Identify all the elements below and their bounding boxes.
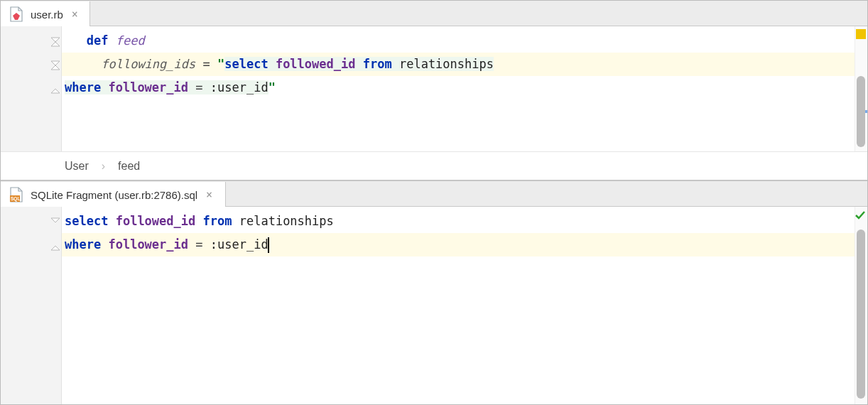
svg-marker-8	[51, 246, 60, 250]
breadcrumb-method[interactable]: feed	[118, 160, 140, 173]
svg-text:SQL: SQL	[11, 196, 20, 202]
tab-sql-fragment[interactable]: SQL SQLite Fragment (user.rb:2786).sql ×	[1, 182, 226, 207]
code-line: where follower_id = :user_id	[62, 233, 867, 256]
fold-handle-icon[interactable]	[49, 36, 62, 48]
chevron-right-icon: ›	[102, 160, 105, 173]
sql-editor[interactable]: select followed_id from relationships wh…	[1, 207, 867, 404]
sql-file-icon: SQL	[9, 187, 23, 202]
scrollbar-thumb[interactable]	[857, 76, 865, 147]
text-cursor	[268, 237, 269, 253]
ruby-editor-pane: user.rb × def feed following_ids = "sele…	[1, 1, 867, 181]
svg-marker-1	[51, 42, 60, 46]
code-line: where follower_id = :user_id"	[62, 76, 867, 99]
fold-handle-icon[interactable]	[49, 59, 62, 72]
breadcrumb-class[interactable]: User	[65, 160, 89, 173]
code-area-top[interactable]: def feed following_ids = "select followe…	[62, 26, 867, 151]
close-icon[interactable]: ×	[205, 190, 214, 200]
ruby-file-icon	[9, 6, 23, 22]
gutter-top[interactable]	[1, 26, 62, 151]
fold-handle-icon[interactable]	[49, 216, 62, 229]
code-area-bottom[interactable]: select followed_id from relationships wh…	[62, 207, 867, 404]
close-icon[interactable]: ×	[70, 9, 80, 20]
tab-title: SQLite Fragment (user.rb:2786).sql	[31, 189, 197, 201]
code-line: select followed_id from relationships	[62, 210, 867, 233]
tab-title: user.rb	[31, 9, 63, 21]
ruby-editor[interactable]: def feed following_ids = "select followe…	[1, 26, 867, 151]
warning-indicator[interactable]	[856, 29, 866, 39]
code-line: def feed	[62, 29, 867, 53]
fold-handle-icon[interactable]	[49, 82, 62, 95]
svg-marker-7	[51, 218, 60, 222]
tab-bar-bottom: SQL SQLite Fragment (user.rb:2786).sql ×	[1, 181, 867, 207]
fold-handle-icon[interactable]	[49, 239, 62, 252]
code-line: following_ids = "select followed_id from…	[62, 53, 867, 76]
tab-bar-top: user.rb ×	[1, 1, 867, 26]
svg-marker-3	[51, 65, 60, 70]
ok-indicator-icon[interactable]	[855, 210, 866, 224]
breadcrumb: User › feed	[1, 151, 867, 180]
tab-user-rb[interactable]: user.rb ×	[1, 1, 90, 27]
scrollbar-thumb[interactable]	[857, 230, 865, 399]
svg-marker-2	[51, 61, 60, 65]
sql-fragment-pane: SQL SQLite Fragment (user.rb:2786).sql ×…	[1, 181, 867, 404]
svg-marker-0	[51, 38, 60, 42]
gutter-bottom[interactable]	[1, 207, 62, 404]
svg-marker-4	[51, 89, 60, 93]
